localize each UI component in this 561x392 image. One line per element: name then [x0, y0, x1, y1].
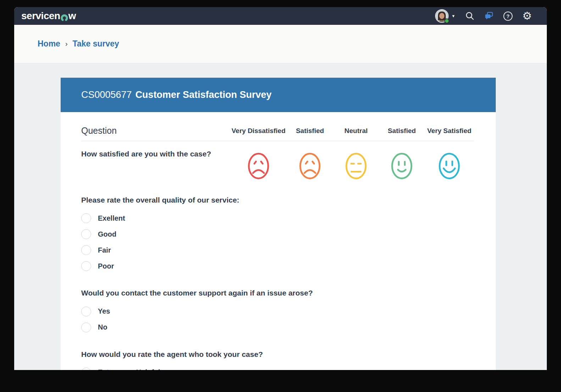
radio-label: Poor	[98, 262, 114, 270]
rating-column-header: Very Satisfied	[424, 127, 474, 136]
logo-text-post: w	[68, 10, 76, 22]
radio-option-yes[interactable]: Yes	[81, 307, 474, 316]
chevron-down-icon[interactable]: ▼	[451, 14, 455, 18]
servicenow-logo[interactable]: servicenw	[21, 10, 76, 22]
radio-option-good[interactable]: Good	[81, 229, 474, 239]
quality-question-section: Please rate the overall quality of our s…	[81, 195, 474, 271]
radio-label: Good	[98, 230, 116, 238]
radio-button[interactable]	[81, 307, 91, 316]
rating-column-header: Satisfied	[287, 127, 333, 136]
rating-column-header: Neutral	[333, 127, 379, 136]
rating-table-header: Question Very Dissatisfied Satisfied Neu…	[81, 126, 474, 136]
svg-text:?: ?	[506, 13, 510, 19]
very-satisfied-face-icon[interactable]	[438, 152, 461, 180]
browser-window: servicenw ▼	[14, 7, 547, 370]
search-icon[interactable]	[465, 11, 474, 21]
radio-option-no[interactable]: No	[81, 322, 474, 332]
survey-card-body: Question Very Dissatisfied Satisfied Neu…	[61, 126, 496, 370]
radio-option-exellent[interactable]: Exellent	[81, 213, 474, 223]
question-column-header: Question	[81, 126, 230, 136]
servicenow-o-mark-icon	[61, 13, 68, 21]
presence-indicator	[444, 18, 449, 23]
table-header-divider	[81, 141, 474, 141]
neutral-face-icon[interactable]	[345, 152, 367, 180]
radio-option-extremely-helpful[interactable]: Extremeny Helpful	[81, 368, 474, 370]
case-number: CS0005677	[81, 89, 132, 100]
radio-button[interactable]	[81, 261, 91, 271]
question-text: How satisfied are you with the case?	[81, 149, 230, 180]
radio-option-fair[interactable]: Fair	[81, 245, 474, 255]
question-text: How would you rate the agent who took yo…	[81, 349, 474, 359]
face-rating-row: How satisfied are you with the case?	[81, 149, 474, 180]
page-background: CS0005677 Customer Satisfaction Survey Q…	[14, 63, 547, 370]
contact-again-question-section: Would you contact the customer support a…	[81, 288, 474, 332]
radio-button[interactable]	[81, 322, 91, 332]
satisfied-face-icon[interactable]	[390, 152, 413, 180]
radio-button[interactable]	[81, 213, 91, 223]
radio-label: Fair	[98, 246, 111, 254]
breadcrumb-separator: ›	[65, 40, 68, 48]
breadcrumb-current-link[interactable]: Take survey	[73, 39, 119, 49]
radio-label: Yes	[98, 307, 110, 315]
help-icon[interactable]: ?	[503, 11, 513, 21]
survey-card: CS0005677 Customer Satisfaction Survey Q…	[61, 78, 496, 370]
survey-title: Customer Satisfaction Survey	[135, 89, 272, 100]
radio-option-poor[interactable]: Poor	[81, 261, 474, 271]
question-text: Please rate the overall quality of our s…	[81, 195, 474, 205]
radio-label: Exellent	[98, 214, 125, 222]
agent-rating-question-section: How would you rate the agent who took yo…	[81, 349, 474, 370]
rating-column-header: Very Dissatisfied	[230, 127, 287, 136]
settings-icon[interactable]: ⚙	[522, 11, 532, 21]
breadcrumb-home-link[interactable]: Home	[38, 39, 60, 49]
dissatisfied-face-icon[interactable]	[299, 152, 321, 180]
top-navbar: servicenw ▼	[14, 7, 547, 25]
logo-text-pre: servicen	[21, 10, 60, 22]
radio-button[interactable]	[81, 229, 91, 239]
radio-button[interactable]	[81, 368, 91, 370]
avatar[interactable]	[435, 9, 449, 23]
breadcrumb: Home › Take survey	[38, 39, 119, 49]
question-text: Would you contact the customer support a…	[81, 288, 474, 298]
radio-label: No	[98, 323, 107, 331]
breadcrumb-band: Home › Take survey	[14, 25, 547, 63]
radio-button[interactable]	[81, 245, 91, 255]
user-menu[interactable]: ▼	[435, 9, 455, 23]
very-dissatisfied-face-icon[interactable]	[247, 152, 270, 180]
navbar-actions: ▼ ? ⚙	[435, 9, 532, 23]
radio-label: Extremeny Helpful	[98, 368, 160, 370]
chat-icon[interactable]	[484, 11, 494, 21]
rating-column-header: Satisfied	[379, 127, 424, 136]
survey-card-header: CS0005677 Customer Satisfaction Survey	[61, 78, 496, 112]
